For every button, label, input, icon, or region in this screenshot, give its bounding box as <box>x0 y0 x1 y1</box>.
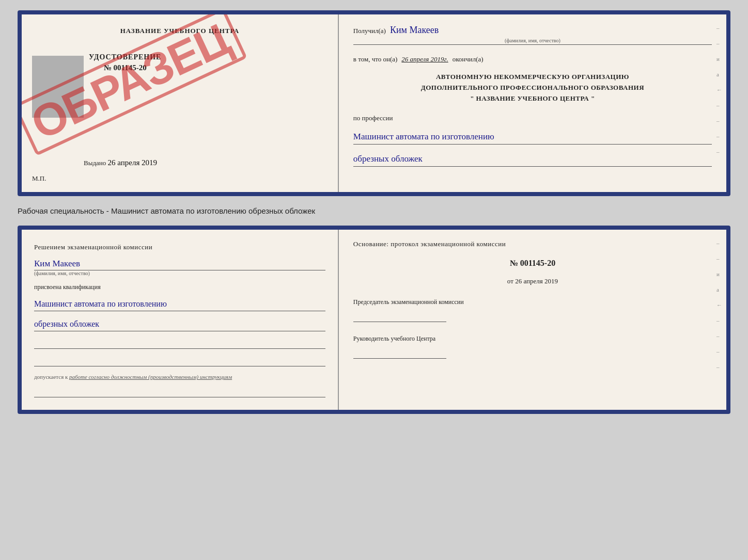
chairman-signature-line <box>353 311 446 322</box>
doc-right: Получил(a) Ким Макеев (фамилия, имя, отч… <box>339 14 726 192</box>
org-line2: ДОПОЛНИТЕЛЬНОГО ПРОФЕССИОНАЛЬНОГО ОБРАЗО… <box>353 83 712 93</box>
profession-hand1: Машинист автомата по изготовлению <box>353 131 712 145</box>
profession-hand2: обрезных обложек <box>353 153 712 167</box>
dopusk-text: работе согласно должностным (производств… <box>69 374 232 380</box>
org-line3: " НАЗВАНИЕ УЧЕБНОГО ЦЕНТРА " <box>353 93 712 104</box>
resheniem-title: Решением экзаменационной комиссии <box>34 242 325 252</box>
protocol-number: № 001145-20 <box>353 259 712 268</box>
prisvoena-label: присвоена квалификация <box>34 283 325 291</box>
udostoverenie-number: № 001145-20 <box>89 63 161 72</box>
blank-line-1 <box>34 340 325 349</box>
commission-name-section: Ким Макеев (фамилия, имя, отчество) <box>34 258 325 276</box>
dopusk-label: допускается к <box>34 374 68 380</box>
vydano-date: 26 апреля 2019 <box>108 158 158 167</box>
date-section: в том, что он(а) 26 апреля 2019г. окончи… <box>353 55 712 63</box>
recipient-section: Получил(a) Ким Макеев (фамилия, имя, отч… <box>353 25 712 45</box>
vydano-line: Выдано 26 апреля 2019 <box>84 158 157 167</box>
from-label: от <box>507 277 513 285</box>
kvali-hand2: обрезных обложек <box>34 318 325 331</box>
poluchil-label: Получил(a) <box>353 27 386 35</box>
bottom-document: Решением экзаменационной комиссии Ким Ма… <box>18 226 730 414</box>
recipient-name: Ким Макеев <box>390 25 712 36</box>
okonchil-label: окончил(а) <box>453 55 484 63</box>
commission-fio-sub: (фамилия, имя, отчество) <box>34 270 325 276</box>
from-date-block: от 26 апреля 2019 <box>353 277 712 285</box>
udostoverenie-title: УДОСТОВЕРЕНИЕ <box>89 53 161 61</box>
completion-date: 26 апреля 2019г. <box>401 55 448 63</box>
from-date-value: 26 апреля 2019 <box>515 277 558 285</box>
rukovod-block: Руководитель учебного Центра <box>353 334 712 359</box>
org-line1: АВТОНОМНУЮ НЕКОММЕРЧЕСКУЮ ОРГАНИЗАЦИЮ <box>353 72 712 83</box>
v-tom-label: в том, что он(а) <box>353 55 398 63</box>
recipient-row: Получил(a) Ким Макеев <box>353 25 712 36</box>
vydano-label: Выдано <box>84 159 106 167</box>
bottom-left: Решением экзаменационной комиссии Ким Ма… <box>22 230 339 410</box>
left-header: НАЗВАНИЕ УЧЕБНОГО ЦЕНТРА <box>120 27 240 35</box>
chairman-block: Председатель экзаменационной комиссии <box>353 298 712 322</box>
blank-line-3 <box>34 388 325 397</box>
bottom-right-edge-marks: – – и а ← – – – – <box>716 240 722 370</box>
dopusk-section: допускается к работе согласно должностны… <box>34 374 325 380</box>
profession-label: по профессии <box>353 114 712 122</box>
udostoverenie-block: УДОСТОВЕРЕНИЕ № 001145-20 <box>89 53 161 72</box>
kvali-hand1: Машинист автомата по изготовлению <box>34 298 325 311</box>
rukovod-label: Руководитель учебного Центра <box>353 334 712 343</box>
osnov-text: Основание: протокол экзаменационной коми… <box>353 240 712 248</box>
chairman-label: Председатель экзаменационной комиссии <box>353 298 712 307</box>
top-document: НАЗВАНИЕ УЧЕБНОГО ЦЕНТРА УДОСТОВЕРЕНИЕ №… <box>18 10 730 196</box>
photo-placeholder <box>32 56 84 118</box>
document-container: НАЗВАНИЕ УЧЕБНОГО ЦЕНТРА УДОСТОВЕРЕНИЕ №… <box>18 10 730 414</box>
middle-label: Рабочая специальность - Машинист автомат… <box>18 204 730 217</box>
commission-person-name: Ким Макеев <box>34 259 325 270</box>
bottom-right: Основание: протокол экзаменационной коми… <box>339 230 726 410</box>
rukovod-signature-line <box>353 347 446 359</box>
org-block: АВТОНОМНУЮ НЕКОММЕРЧЕСКУЮ ОРГАНИЗАЦИЮ ДО… <box>353 72 712 104</box>
right-edge-marks: – – и а ← – – – – <box>716 25 722 155</box>
blank-line-2 <box>34 357 325 366</box>
doc-left: НАЗВАНИЕ УЧЕБНОГО ЦЕНТРА УДОСТОВЕРЕНИЕ №… <box>22 14 339 192</box>
fio-sublabel: (фамилия, имя, отчество) <box>353 38 712 43</box>
mp-line: М.П. <box>32 174 46 183</box>
